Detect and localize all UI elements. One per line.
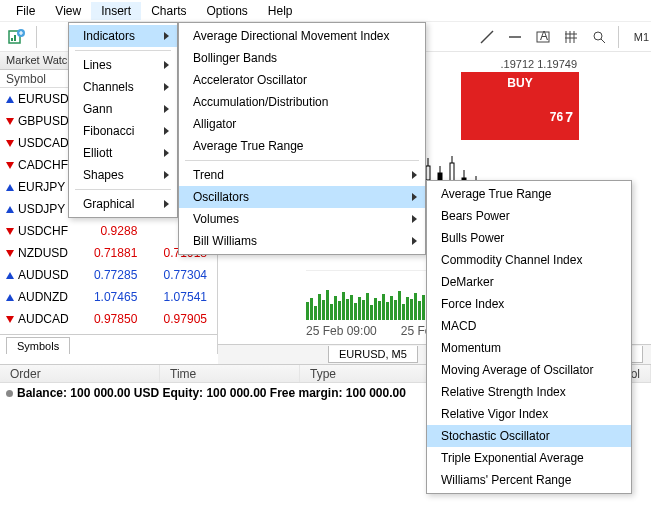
ask-value: 1.07541 (147, 290, 217, 304)
symbol-name: CADCHF (18, 158, 68, 172)
submenu-arrow-icon (164, 149, 169, 157)
ind-alligator[interactable]: Alligator (179, 113, 425, 135)
new-chart-icon[interactable] (6, 26, 28, 48)
tab-symbols[interactable]: Symbols (6, 337, 70, 354)
osc-relative-strength-index[interactable]: Relative Strength Index (427, 381, 631, 403)
menu-options[interactable]: Options (197, 2, 258, 20)
grid-icon[interactable] (560, 26, 582, 48)
chart-tab-eurusd[interactable]: EURUSD, M5 (328, 346, 418, 363)
osc-bulls-power[interactable]: Bulls Power (427, 227, 631, 249)
ind-average-true-range[interactable]: Average True Range (179, 135, 425, 157)
osc-stochastic-oscillator[interactable]: Stochastic Oscillator (427, 425, 631, 447)
ind-bill-williams[interactable]: Bill Williams (179, 230, 425, 252)
menu-help[interactable]: Help (258, 2, 303, 20)
volume-bar (326, 290, 329, 320)
buy-price-sup: 7 (565, 109, 573, 125)
volume-bar (370, 305, 373, 320)
submenu-arrow-icon (164, 61, 169, 69)
symbol-name: AUDCAD (18, 312, 69, 326)
insert-lines[interactable]: Lines (69, 54, 177, 76)
volume-bar (418, 301, 421, 320)
osc-average-true-range[interactable]: Average True Range (427, 183, 631, 205)
osc-momentum[interactable]: Momentum (427, 337, 631, 359)
osc-demarker[interactable]: DeMarker (427, 271, 631, 293)
arrow-up-icon (6, 184, 14, 191)
menu-view[interactable]: View (45, 2, 91, 20)
menubar: FileViewInsertChartsOptionsHelp (0, 0, 651, 22)
submenu-arrow-icon (164, 127, 169, 135)
insert-shapes[interactable]: Shapes (69, 164, 177, 186)
text-label-icon[interactable]: A (532, 26, 554, 48)
buy-price-big: 76 (550, 110, 563, 124)
submenu-arrow-icon (412, 171, 417, 179)
ind-bollinger-bands[interactable]: Bollinger Bands (179, 47, 425, 69)
col-symbol[interactable]: Symbol (0, 70, 78, 87)
col-order[interactable]: Order (0, 365, 160, 382)
symbol-name: AUDUSD (18, 268, 69, 282)
ind-accelerator-oscillator[interactable]: Accelerator Oscillator (179, 69, 425, 91)
volume-bar (350, 295, 353, 320)
volume-bar (354, 303, 357, 320)
arrow-up-icon (6, 294, 14, 301)
menu-insert[interactable]: Insert (91, 2, 141, 20)
osc-bears-power[interactable]: Bears Power (427, 205, 631, 227)
insert-indicators[interactable]: Indicators (69, 25, 177, 47)
insert-fibonacci[interactable]: Fibonacci (69, 120, 177, 142)
bid-value: 0.9288 (78, 224, 148, 238)
osc-force-index[interactable]: Force Index (427, 293, 631, 315)
volume-bar (346, 299, 349, 320)
svg-line-14 (601, 39, 605, 43)
menu-charts[interactable]: Charts (141, 2, 196, 20)
col-time[interactable]: Time (160, 365, 300, 382)
insert-channels[interactable]: Channels (69, 76, 177, 98)
arrow-down-icon (6, 162, 14, 169)
volume-bar (330, 304, 333, 320)
volume-bar (306, 302, 309, 320)
col-type[interactable]: Type (300, 365, 440, 382)
symbol-row[interactable]: AUDNZD1.074651.07541 (0, 286, 217, 308)
timeframe-m1[interactable]: M1 (632, 31, 651, 43)
arrow-down-icon (6, 118, 14, 125)
volume-bar (310, 298, 313, 320)
symbol-row[interactable]: AUDCAD0.978500.97905 (0, 308, 217, 330)
ind-accumulation-distribution[interactable]: Accumulation/Distribution (179, 91, 425, 113)
symbol-row[interactable]: AUDUSD0.772850.77304 (0, 264, 217, 286)
menu-insert: IndicatorsLinesChannelsGannFibonacciElli… (68, 22, 178, 218)
osc-moving-average-of-oscillator[interactable]: Moving Average of Oscillator (427, 359, 631, 381)
osc-commodity-channel-index[interactable]: Commodity Channel Index (427, 249, 631, 271)
volume-bar (366, 293, 369, 320)
insert-gann[interactable]: Gann (69, 98, 177, 120)
one-click-buy[interactable]: BUY 767 (461, 72, 579, 140)
volume-bar (314, 306, 317, 320)
line-tool-icon[interactable] (476, 26, 498, 48)
volume-bar (394, 300, 397, 320)
symbol-name: AUDNZD (18, 290, 68, 304)
submenu-arrow-icon (412, 193, 417, 201)
menu-separator (185, 160, 419, 161)
insert-elliott[interactable]: Elliott (69, 142, 177, 164)
horizontal-line-icon[interactable] (504, 26, 526, 48)
menu-separator (75, 50, 171, 51)
osc-williams-percent-range[interactable]: Williams' Percent Range (427, 469, 631, 491)
ask-value: 0.77304 (147, 268, 217, 282)
ind-trend[interactable]: Trend (179, 164, 425, 186)
ind-volumes[interactable]: Volumes (179, 208, 425, 230)
insert-graphical[interactable]: Graphical (69, 193, 177, 215)
market-watch-tabs: Symbols (0, 334, 217, 354)
osc-relative-vigor-index[interactable]: Relative Vigor Index (427, 403, 631, 425)
symbol-name: USDCAD (18, 136, 69, 150)
toolbar-separator (618, 26, 624, 48)
ind-average-directional-movement-index[interactable]: Average Directional Movement Index (179, 25, 425, 47)
zoom-icon[interactable] (588, 26, 610, 48)
volume-bar (406, 297, 409, 320)
menu-file[interactable]: File (6, 2, 45, 20)
ind-oscillators[interactable]: Oscillators (179, 186, 425, 208)
volume-bar (334, 296, 337, 320)
ask-value: 0.97905 (147, 312, 217, 326)
svg-rect-20 (450, 163, 454, 181)
volume-bar (390, 296, 393, 320)
osc-triple-exponential-average[interactable]: Triple Exponential Average (427, 447, 631, 469)
bid-value: 1.07465 (78, 290, 148, 304)
osc-macd[interactable]: MACD (427, 315, 631, 337)
buy-label: BUY (461, 72, 579, 94)
